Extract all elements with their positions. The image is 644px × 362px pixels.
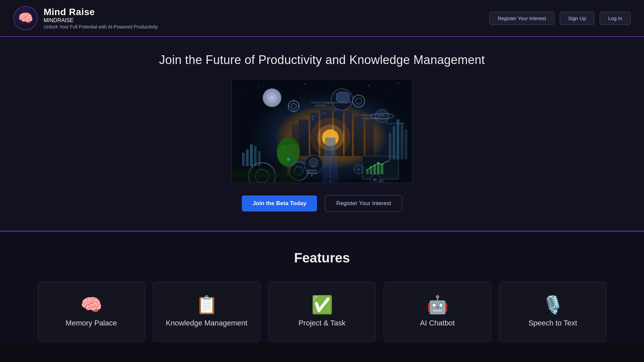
hero-scene-graphic: AI MEMORY C BASE FLOW CHARTS FLOW CHARTS… xyxy=(232,79,412,183)
svg-text:PASACES: PASACES xyxy=(315,104,326,107)
logo-icon: 🧠 xyxy=(18,11,33,25)
brand-tagline: Unlock Your Full Potential with AI-Power… xyxy=(44,24,158,29)
svg-rect-22 xyxy=(315,116,316,117)
hero-image: AI MEMORY C BASE FLOW CHARTS FLOW CHARTS… xyxy=(231,79,413,183)
svg-rect-25 xyxy=(325,113,326,114)
svg-point-37 xyxy=(287,158,290,161)
svg-point-5 xyxy=(332,87,332,88)
svg-point-2 xyxy=(258,86,259,86)
ai-chatbot-icon: 🤖 xyxy=(427,296,448,313)
svg-point-9 xyxy=(242,94,243,95)
signup-nav-button[interactable]: Sign Up xyxy=(560,12,594,25)
feature-card-ai-chatbot[interactable]: 🤖AI Chatbot xyxy=(384,282,491,342)
svg-point-84 xyxy=(314,161,317,164)
svg-text:AI: AI xyxy=(373,178,376,181)
svg-text:MEMORY: MEMORY xyxy=(307,169,317,172)
knowledge-management-icon: 📋 xyxy=(196,296,218,313)
svg-text:AI: AI xyxy=(348,100,351,103)
brand-name: Mind Raise xyxy=(44,7,158,17)
join-beta-button[interactable]: Join the Beta Today xyxy=(242,195,317,212)
project-task-label: Project & Task xyxy=(299,319,345,327)
svg-rect-78 xyxy=(397,119,399,159)
svg-text:AI: AI xyxy=(311,174,313,177)
svg-rect-73 xyxy=(250,144,253,166)
svg-text:MEMORY C BASE: MEMORY C BASE xyxy=(362,114,384,117)
svg-rect-21 xyxy=(312,116,313,117)
svg-rect-85 xyxy=(312,165,316,166)
hero-heading: Join the Future of Productivity and Know… xyxy=(159,53,485,67)
brand-text: Mind Raise MINDRAISE Unlock Your Full Po… xyxy=(44,7,158,29)
brand-label: MINDRAISE xyxy=(44,17,73,23)
logo: 🧠 xyxy=(13,6,38,30)
memory-palace-label: Memory Palace xyxy=(66,319,117,327)
svg-rect-72 xyxy=(246,149,249,166)
svg-rect-67 xyxy=(381,163,383,174)
svg-rect-76 xyxy=(389,133,391,159)
svg-point-7 xyxy=(385,89,385,89)
svg-text:AI: AI xyxy=(327,101,330,104)
svg-point-8 xyxy=(398,82,399,83)
hero-buttons: Join the Beta Today Register Your Intere… xyxy=(242,195,402,212)
svg-rect-41 xyxy=(293,110,294,112)
svg-point-12 xyxy=(273,99,276,102)
svg-text:FLOW CHARTS: FLOW CHARTS xyxy=(362,117,381,120)
svg-rect-40 xyxy=(293,100,294,102)
project-task-icon: ✅ xyxy=(311,296,333,313)
svg-rect-43 xyxy=(298,105,300,107)
navbar-brand-area: 🧠 Mind Raise MINDRAISE Unlock Your Full … xyxy=(13,6,158,30)
svg-point-4 xyxy=(305,84,306,85)
knowledge-management-label: Knowledge Management xyxy=(166,319,247,327)
svg-point-83 xyxy=(311,161,313,164)
features-title: Features xyxy=(20,250,624,265)
svg-rect-23 xyxy=(312,119,313,120)
svg-rect-42 xyxy=(288,105,289,107)
speech-to-text-label: Speech to Text xyxy=(528,319,577,327)
svg-rect-13 xyxy=(299,119,309,156)
ai-chatbot-label: AI Chatbot xyxy=(420,319,455,327)
svg-rect-62 xyxy=(364,158,396,176)
svg-text:PASACES: PASACES xyxy=(306,172,317,174)
feature-card-memory-palace[interactable]: 🧠Memory Palace xyxy=(38,282,145,342)
feature-card-speech-to-text[interactable]: 🎙️Speech to Text xyxy=(499,282,606,342)
navbar-actions: Register Your Interest Sign Up Log In xyxy=(489,12,631,25)
svg-point-10 xyxy=(263,88,281,107)
hero-section: Join the Future of Productivity and Know… xyxy=(0,37,644,232)
svg-point-3 xyxy=(282,91,282,92)
navbar: 🧠 Mind Raise MINDRAISE Unlock Your Full … xyxy=(0,0,644,37)
svg-rect-75 xyxy=(258,151,261,166)
svg-rect-80 xyxy=(405,129,407,159)
svg-rect-79 xyxy=(400,123,403,159)
svg-rect-74 xyxy=(254,146,257,166)
features-section: Features 🧠Memory Palace📋Knowledge Manage… xyxy=(0,232,644,342)
svg-rect-26 xyxy=(335,109,336,110)
features-grid: 🧠Memory Palace📋Knowledge Management✅Proj… xyxy=(20,282,624,342)
svg-rect-18 xyxy=(354,116,364,156)
svg-rect-24 xyxy=(322,113,323,114)
svg-rect-77 xyxy=(393,126,395,159)
feature-card-project-task[interactable]: ✅Project & Task xyxy=(268,282,376,342)
register-interest-hero-button[interactable]: Register Your Interest xyxy=(325,195,402,212)
feature-card-knowledge-management[interactable]: 📋Knowledge Management xyxy=(153,282,260,342)
memory-palace-icon: 🧠 xyxy=(80,296,102,313)
svg-rect-71 xyxy=(242,153,245,166)
svg-point-6 xyxy=(368,85,369,86)
svg-text:PROJECT MANAGEMENT PROJECT: PROJECT MANAGEMENT PROJECT xyxy=(311,102,351,104)
register-interest-nav-button[interactable]: Register Your Interest xyxy=(489,12,554,25)
login-nav-button[interactable]: Log In xyxy=(600,12,631,25)
speech-to-text-icon: 🎙️ xyxy=(542,296,564,313)
svg-rect-20 xyxy=(365,119,374,156)
svg-point-11 xyxy=(267,94,271,98)
